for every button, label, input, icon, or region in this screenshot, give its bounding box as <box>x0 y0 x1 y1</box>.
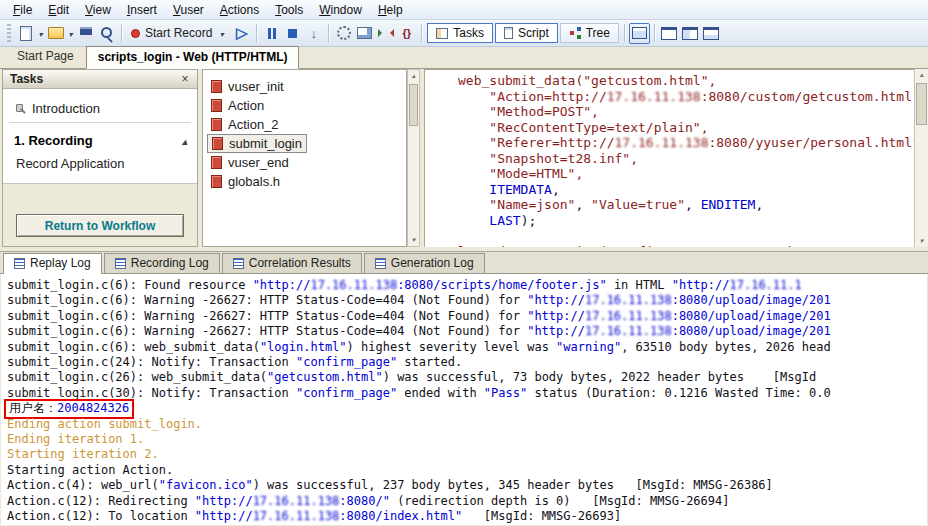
correlation-icon[interactable] <box>375 23 396 44</box>
pin-icon <box>14 102 26 115</box>
toolbar-separator <box>328 24 329 42</box>
log-tabs: Replay LogRecording LogCorrelation Resul… <box>0 252 928 274</box>
log-tab-recording-log[interactable]: Recording Log <box>104 253 220 273</box>
menu-insert[interactable]: Insert <box>119 1 165 19</box>
tree-item-action[interactable]: Action <box>207 96 268 115</box>
tree-item-label: vuser_init <box>228 79 284 94</box>
tasks-pane-icon <box>436 28 448 39</box>
toolbar-separator <box>121 24 122 42</box>
menu-edit[interactable]: Edit <box>40 1 77 19</box>
tasks-panel-title: Tasks <box>10 72 43 86</box>
code-line: LAST); <box>458 213 914 229</box>
toolbar-separator <box>624 24 625 42</box>
runtime-settings-icon[interactable] <box>333 23 354 44</box>
tree-item-globals-h[interactable]: globals.h <box>207 172 284 191</box>
scroll-thumb[interactable] <box>409 84 418 126</box>
start-record-button[interactable]: Start Record <box>126 24 231 42</box>
tree-scrollbar[interactable] <box>407 69 420 247</box>
code-editor[interactable]: web_submit_data("getcustom.html", "Actio… <box>424 69 914 247</box>
step-icon[interactable] <box>303 23 324 44</box>
log-line: Action.c(13): Found resource "http://17.… <box>7 525 927 526</box>
stop-icon[interactable] <box>282 23 303 44</box>
script-tree: vuser_initActionAction_2submit_loginvuse… <box>202 69 407 247</box>
close-icon[interactable] <box>178 72 192 86</box>
menu-view[interactable]: View <box>77 1 119 19</box>
code-line: "Snapshot=t28.inf", <box>458 151 914 167</box>
log-tab-correlation-results[interactable]: Correlation Results <box>222 253 362 273</box>
tile-horizontal-icon[interactable] <box>701 23 722 44</box>
menu-tools[interactable]: Tools <box>267 1 311 19</box>
code-line: "RecContentType=text/plain", <box>458 120 914 136</box>
tasks-pane-button[interactable]: Tasks <box>427 23 493 43</box>
script-file-icon <box>212 137 223 150</box>
tree-item-submit-login[interactable]: submit_login <box>207 134 307 153</box>
script-file-icon <box>211 156 222 169</box>
log-tab-generation-log[interactable]: Generation Log <box>364 253 485 273</box>
collapse-arrow-icon[interactable] <box>182 133 187 148</box>
log-icon <box>233 258 244 269</box>
new-script-dropdown-icon[interactable] <box>36 26 45 40</box>
snapshot-icon[interactable] <box>354 23 375 44</box>
tab-scripts-login-web-http-html[interactable]: scripts_login - Web (HTTP/HTML) <box>86 46 300 69</box>
log-line: 用户名：2004824326 <box>7 401 927 416</box>
open-script-icon[interactable] <box>45 23 66 44</box>
code-line: lr_end_transaction("confirm_page", LR_AU… <box>458 244 914 248</box>
tile-vertical-icon[interactable] <box>680 23 701 44</box>
menu-help[interactable]: Help <box>370 1 411 19</box>
scroll-thumb[interactable] <box>916 83 927 125</box>
log-content[interactable]: submit_login.c(6): Found resource "http:… <box>1 274 927 525</box>
tasks-item-record-application[interactable]: Record Application <box>3 151 197 175</box>
tree-item-label: globals.h <box>228 174 280 189</box>
parameters-icon[interactable] <box>396 23 417 44</box>
tasks-item-introduction[interactable]: Introduction <box>3 96 197 120</box>
scroll-up-icon[interactable] <box>915 69 928 81</box>
log-icon <box>375 258 386 269</box>
output-window-icon[interactable] <box>629 23 650 44</box>
log-line: Starting action Action. <box>7 463 927 478</box>
menu-vuser[interactable]: Vuser <box>165 1 212 19</box>
log-line: Ending action submit_login. <box>7 417 927 432</box>
pause-icon[interactable] <box>261 23 282 44</box>
record-dot-icon <box>131 29 140 38</box>
tree-view-icon <box>570 31 574 35</box>
code-line <box>458 228 914 244</box>
menu-actions[interactable]: Actions <box>212 1 267 19</box>
log-line: submit_login.c(6): Warning -26627: HTTP … <box>7 309 927 324</box>
tasks-panel: Tasks Introduction 1. Recording Record A… <box>2 69 198 247</box>
tree-item-label: vuser_end <box>228 155 289 170</box>
log-icon <box>115 258 126 269</box>
tab-start-page[interactable]: Start Page <box>5 45 86 68</box>
tree-item-vuser-end[interactable]: vuser_end <box>207 153 293 172</box>
log-line: Action.c(4): web_url("favicon.ico") was … <box>7 478 927 493</box>
save-icon[interactable] <box>75 23 96 44</box>
cascade-windows-icon[interactable] <box>659 23 680 44</box>
tree-item-action-2[interactable]: Action_2 <box>207 115 283 134</box>
run-vuser-icon[interactable] <box>231 23 252 44</box>
scroll-up-icon[interactable] <box>408 70 419 82</box>
tree-item-label: Action_2 <box>228 117 279 132</box>
tree-view-button[interactable]: Tree <box>560 23 619 43</box>
tasks-section-recording[interactable]: 1. Recording <box>3 129 197 151</box>
log-tab-replay-log[interactable]: Replay Log <box>3 253 102 274</box>
return-to-workflow-button[interactable]: Return to Workflow <box>16 214 184 237</box>
output-log-panel: Replay LogRecording LogCorrelation Resul… <box>0 251 928 526</box>
new-script-icon[interactable] <box>15 23 36 44</box>
code-scrollbar[interactable] <box>914 69 928 247</box>
log-line: submit_login.c(6): Found resource "http:… <box>7 278 927 293</box>
tree-item-vuser-init[interactable]: vuser_init <box>207 77 288 96</box>
menu-file[interactable]: File <box>5 1 40 19</box>
script-file-icon <box>211 80 222 93</box>
script-file-icon <box>211 175 222 188</box>
zoom-icon[interactable] <box>96 23 117 44</box>
scroll-down-icon[interactable] <box>408 234 419 246</box>
tasks-panel-header: Tasks <box>3 70 197 89</box>
code-line: "Mode=HTML", <box>458 166 914 182</box>
open-script-dropdown-icon[interactable] <box>66 26 75 40</box>
scroll-down-icon[interactable] <box>915 235 928 247</box>
menu-window[interactable]: Window <box>311 1 370 19</box>
start-record-dropdown-icon[interactable] <box>217 26 226 40</box>
tree-item-label: Action <box>228 98 264 113</box>
code-line: ITEMDATA, <box>458 182 914 198</box>
script-view-button[interactable]: Script <box>495 23 558 43</box>
toolbar-grip[interactable] <box>7 24 11 42</box>
